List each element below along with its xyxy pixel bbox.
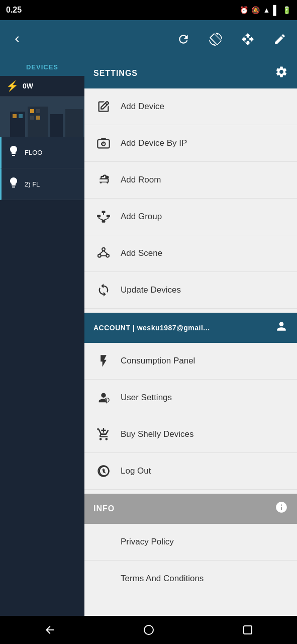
sidebar: DEVICES ⚡ 0W (0, 58, 84, 616)
privacy-policy-label: Privacy Policy (121, 537, 174, 547)
add-group-item[interactable]: Add Group (84, 199, 297, 235)
thumbnail-image (0, 97, 84, 137)
svg-rect-4 (65, 109, 83, 137)
sidebar-room-2-label: 2) FL (25, 180, 40, 188)
svg-rect-9 (30, 116, 34, 120)
room-2-light-icon (8, 176, 20, 192)
settings-title: SETTINGS (93, 69, 138, 78)
nav-back-button[interactable] (35, 620, 65, 640)
svg-point-26 (98, 254, 101, 257)
terms-conditions-item[interactable]: Terms And Conditions (84, 561, 297, 597)
svg-rect-6 (19, 114, 23, 118)
user-settings-icon (94, 389, 113, 407)
svg-line-29 (104, 251, 108, 254)
buy-shelly-label: Buy Shelly Devices (121, 429, 194, 439)
sidebar-thumbnail (0, 97, 84, 137)
nav-recents-button[interactable] (233, 620, 263, 640)
info-section-header: INFO (84, 494, 297, 524)
wifi-icon: ▲ (263, 6, 270, 14)
add-scene-icon (94, 244, 113, 262)
add-device-label: Add Device (121, 102, 164, 112)
rotate-icon[interactable] (205, 28, 227, 50)
privacy-policy-icon (94, 533, 113, 551)
room-1-light-icon (8, 145, 20, 160)
user-settings-item[interactable]: User Settings (84, 380, 297, 416)
svg-point-25 (102, 248, 105, 251)
buy-shelly-item[interactable]: Buy Shelly Devices (84, 416, 297, 453)
alarm-icon: ⏰ (240, 6, 248, 14)
sidebar-power-text: 0W (23, 82, 33, 90)
consumption-panel-icon (94, 352, 113, 370)
add-group-icon (94, 208, 113, 226)
svg-line-22 (99, 219, 104, 221)
log-out-item[interactable]: Log Out (84, 453, 297, 490)
log-out-icon (94, 462, 113, 480)
sidebar-power-row: ⚡ 0W (0, 76, 84, 97)
info-title: INFO (93, 504, 115, 513)
toolbar (0, 20, 297, 58)
buy-shelly-icon (94, 425, 113, 443)
battery-icon: 🔋 (282, 6, 291, 14)
svg-rect-16 (102, 211, 106, 213)
consumption-panel-label: Consumption Panel (121, 356, 195, 366)
svg-text:IP: IP (101, 142, 105, 146)
add-group-label: Add Group (121, 212, 162, 222)
log-out-label: Log Out (121, 466, 151, 476)
add-room-icon (94, 171, 113, 189)
add-device-item[interactable]: Add Device (84, 88, 297, 125)
svg-point-32 (144, 625, 153, 634)
account-section-header: ACCOUNT | wesku1987@gmail... (84, 313, 297, 343)
info-icon (275, 501, 288, 517)
svg-rect-33 (244, 626, 252, 634)
status-time: 0.25 (6, 6, 22, 15)
add-device-by-ip-item[interactable]: IP Add Device By IP (84, 125, 297, 162)
menu-panel: SETTINGS Add Device (84, 58, 297, 616)
settings-gear-icon (275, 65, 288, 81)
signal-icon: ▌ (273, 5, 279, 16)
svg-rect-3 (50, 114, 63, 137)
toolbar-icons (172, 28, 291, 50)
power-flash-icon: ⚡ (6, 80, 19, 92)
refresh-icon[interactable] (172, 28, 194, 50)
account-title: ACCOUNT | wesku1987@gmail... (93, 324, 210, 332)
add-scene-label: Add Scene (121, 248, 162, 258)
update-devices-item[interactable]: Update Devices (84, 272, 297, 309)
add-scene-item[interactable]: Add Scene (84, 235, 297, 272)
svg-line-24 (104, 219, 108, 221)
add-room-label: Add Room (121, 175, 161, 185)
add-device-ip-icon: IP (94, 134, 113, 152)
svg-rect-8 (36, 109, 40, 113)
svg-rect-1 (10, 112, 25, 137)
status-icons: ⏰ 🔕 ▲ ▌ 🔋 (240, 5, 291, 16)
svg-rect-17 (97, 215, 101, 218)
notification-icon: 🔕 (251, 6, 260, 14)
add-room-item[interactable]: Add Room (84, 162, 297, 199)
user-settings-label: User Settings (121, 393, 172, 403)
update-devices-icon (94, 281, 113, 299)
edit-icon[interactable] (269, 28, 291, 50)
status-bar: 0.25 ⏰ 🔕 ▲ ▌ 🔋 (0, 0, 297, 20)
add-device-icon (94, 98, 113, 116)
sidebar-room-2[interactable]: 2) FL (0, 168, 84, 200)
svg-rect-7 (30, 109, 34, 113)
privacy-policy-item[interactable]: Privacy Policy (84, 524, 297, 561)
nav-home-button[interactable] (134, 620, 164, 640)
add-device-ip-label: Add Device By IP (121, 138, 187, 148)
sidebar-room-1[interactable]: FLOO (0, 137, 84, 168)
svg-rect-10 (36, 116, 40, 120)
terms-conditions-label: Terms And Conditions (121, 574, 204, 584)
sidebar-room-1-label: FLOO (25, 149, 42, 156)
consumption-panel-item[interactable]: Consumption Panel (84, 343, 297, 380)
sidebar-header: DEVICES (0, 58, 84, 76)
main-layout: DEVICES ⚡ 0W (0, 58, 297, 616)
svg-rect-5 (13, 114, 17, 118)
svg-line-28 (100, 251, 104, 254)
update-devices-label: Update Devices (121, 285, 181, 295)
back-button[interactable] (6, 28, 28, 50)
bottom-nav (0, 616, 297, 644)
move-icon[interactable] (237, 28, 259, 50)
terms-conditions-icon (94, 570, 113, 588)
settings-section-header: SETTINGS (84, 58, 297, 88)
svg-rect-19 (102, 220, 106, 223)
account-user-icon (275, 320, 288, 336)
